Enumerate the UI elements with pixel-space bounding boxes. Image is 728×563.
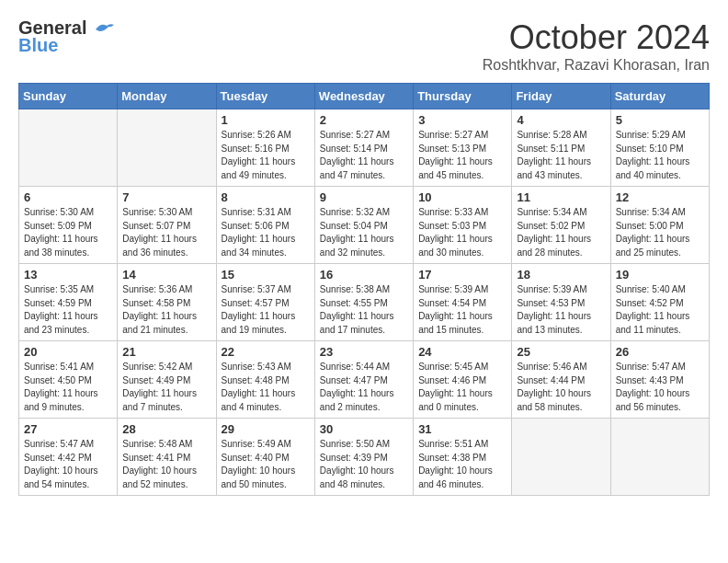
day-number: 30	[320, 422, 408, 436]
day-info: Sunrise: 5:35 AM Sunset: 4:59 PM Dayligh…	[24, 283, 112, 337]
calendar-cell	[610, 419, 709, 496]
calendar-cell: 12 Sunrise: 5:34 AM Sunset: 5:00 PM Dayl…	[610, 187, 709, 264]
weekday-header-sunday: Sunday	[19, 84, 118, 109]
day-number: 29	[222, 422, 310, 436]
weekday-header-friday: Friday	[512, 84, 610, 109]
day-number: 6	[24, 190, 112, 204]
day-number: 16	[320, 268, 408, 282]
logo-bird-icon	[94, 22, 114, 37]
calendar-cell: 6 Sunrise: 5:30 AM Sunset: 5:09 PM Dayli…	[19, 187, 118, 264]
calendar-cell: 13 Sunrise: 5:35 AM Sunset: 4:59 PM Dayl…	[19, 264, 118, 341]
calendar-cell: 22 Sunrise: 5:43 AM Sunset: 4:48 PM Dayl…	[216, 341, 314, 419]
day-info: Sunrise: 5:44 AM Sunset: 4:47 PM Dayligh…	[320, 361, 408, 414]
day-number: 15	[222, 268, 310, 282]
calendar-cell: 11 Sunrise: 5:34 AM Sunset: 5:02 PM Dayl…	[512, 187, 610, 264]
day-info: Sunrise: 5:43 AM Sunset: 4:48 PM Dayligh…	[222, 361, 310, 414]
calendar-cell: 23 Sunrise: 5:44 AM Sunset: 4:47 PM Dayl…	[314, 341, 413, 419]
weekday-header-wednesday: Wednesday	[314, 84, 413, 109]
title-block: October 2024 Roshtkhvar, Razavi Khorasan…	[483, 18, 710, 74]
day-info: Sunrise: 5:30 AM Sunset: 5:09 PM Dayligh…	[24, 206, 112, 259]
calendar-cell: 28 Sunrise: 5:48 AM Sunset: 4:41 PM Dayl…	[118, 419, 216, 496]
calendar-cell: 27 Sunrise: 5:47 AM Sunset: 4:42 PM Dayl…	[19, 419, 118, 496]
day-number: 26	[616, 345, 704, 359]
day-number: 12	[616, 190, 704, 204]
weekday-header-thursday: Thursday	[414, 84, 512, 109]
day-info: Sunrise: 5:38 AM Sunset: 4:55 PM Dayligh…	[320, 283, 408, 337]
day-number: 18	[517, 268, 605, 282]
day-number: 3	[418, 113, 506, 127]
day-number: 23	[320, 345, 408, 359]
day-number: 9	[320, 190, 408, 204]
day-number: 31	[418, 422, 506, 436]
day-info: Sunrise: 5:47 AM Sunset: 4:43 PM Dayligh…	[616, 361, 704, 414]
day-number: 25	[517, 345, 605, 359]
day-info: Sunrise: 5:29 AM Sunset: 5:10 PM Dayligh…	[616, 129, 704, 182]
calendar-cell: 2 Sunrise: 5:27 AM Sunset: 5:14 PM Dayli…	[314, 109, 413, 187]
calendar-cell: 8 Sunrise: 5:31 AM Sunset: 5:06 PM Dayli…	[216, 187, 314, 264]
day-info: Sunrise: 5:28 AM Sunset: 5:11 PM Dayligh…	[517, 129, 605, 182]
day-info: Sunrise: 5:42 AM Sunset: 4:49 PM Dayligh…	[122, 361, 210, 414]
day-info: Sunrise: 5:50 AM Sunset: 4:39 PM Dayligh…	[320, 438, 408, 491]
day-info: Sunrise: 5:45 AM Sunset: 4:46 PM Dayligh…	[418, 361, 506, 414]
day-info: Sunrise: 5:33 AM Sunset: 5:03 PM Dayligh…	[418, 206, 506, 259]
day-info: Sunrise: 5:46 AM Sunset: 4:44 PM Dayligh…	[517, 361, 605, 414]
day-number: 24	[418, 345, 506, 359]
calendar-cell: 9 Sunrise: 5:32 AM Sunset: 5:04 PM Dayli…	[314, 187, 413, 264]
day-info: Sunrise: 5:37 AM Sunset: 4:57 PM Dayligh…	[222, 283, 310, 337]
day-info: Sunrise: 5:49 AM Sunset: 4:40 PM Dayligh…	[222, 438, 310, 491]
day-number: 13	[24, 268, 112, 282]
day-number: 20	[24, 345, 112, 359]
day-number: 5	[616, 113, 704, 127]
calendar-cell	[19, 109, 118, 187]
day-number: 7	[122, 190, 210, 204]
weekday-header-tuesday: Tuesday	[216, 84, 314, 109]
logo-blue: Blue	[18, 35, 58, 56]
day-number: 19	[616, 268, 704, 282]
weekday-header-saturday: Saturday	[610, 84, 709, 109]
day-info: Sunrise: 5:41 AM Sunset: 4:50 PM Dayligh…	[24, 361, 112, 414]
day-info: Sunrise: 5:27 AM Sunset: 5:13 PM Dayligh…	[418, 129, 506, 182]
calendar-cell: 4 Sunrise: 5:28 AM Sunset: 5:11 PM Dayli…	[512, 109, 610, 187]
day-info: Sunrise: 5:30 AM Sunset: 5:07 PM Dayligh…	[122, 206, 210, 259]
day-info: Sunrise: 5:40 AM Sunset: 4:52 PM Dayligh…	[616, 283, 704, 337]
location-title: Roshtkhvar, Razavi Khorasan, Iran	[483, 57, 710, 74]
page-header: General Blue October 2024 Roshtkhvar, Ra…	[18, 18, 710, 74]
day-number: 4	[517, 113, 605, 127]
calendar-cell	[118, 109, 216, 187]
calendar-cell: 10 Sunrise: 5:33 AM Sunset: 5:03 PM Dayl…	[414, 187, 512, 264]
calendar-cell: 15 Sunrise: 5:37 AM Sunset: 4:57 PM Dayl…	[216, 264, 314, 341]
weekday-header-monday: Monday	[118, 84, 216, 109]
calendar-cell: 31 Sunrise: 5:51 AM Sunset: 4:38 PM Dayl…	[414, 419, 512, 496]
day-number: 27	[24, 422, 112, 436]
calendar-cell: 5 Sunrise: 5:29 AM Sunset: 5:10 PM Dayli…	[610, 109, 709, 187]
logo: General Blue	[18, 18, 114, 56]
day-number: 8	[222, 190, 310, 204]
day-info: Sunrise: 5:32 AM Sunset: 5:04 PM Dayligh…	[320, 206, 408, 259]
calendar-cell: 17 Sunrise: 5:39 AM Sunset: 4:54 PM Dayl…	[414, 264, 512, 341]
day-info: Sunrise: 5:34 AM Sunset: 5:00 PM Dayligh…	[616, 206, 704, 259]
day-number: 28	[122, 422, 210, 436]
day-number: 2	[320, 113, 408, 127]
calendar-cell: 18 Sunrise: 5:39 AM Sunset: 4:53 PM Dayl…	[512, 264, 610, 341]
day-info: Sunrise: 5:48 AM Sunset: 4:41 PM Dayligh…	[122, 438, 210, 491]
day-info: Sunrise: 5:39 AM Sunset: 4:53 PM Dayligh…	[517, 283, 605, 337]
day-info: Sunrise: 5:36 AM Sunset: 4:58 PM Dayligh…	[122, 283, 210, 337]
day-number: 17	[418, 268, 506, 282]
day-info: Sunrise: 5:39 AM Sunset: 4:54 PM Dayligh…	[418, 283, 506, 337]
month-title: October 2024	[483, 18, 710, 57]
day-number: 10	[418, 190, 506, 204]
day-info: Sunrise: 5:27 AM Sunset: 5:14 PM Dayligh…	[320, 129, 408, 182]
calendar-cell: 20 Sunrise: 5:41 AM Sunset: 4:50 PM Dayl…	[19, 341, 118, 419]
calendar-cell: 3 Sunrise: 5:27 AM Sunset: 5:13 PM Dayli…	[414, 109, 512, 187]
calendar-cell: 21 Sunrise: 5:42 AM Sunset: 4:49 PM Dayl…	[118, 341, 216, 419]
calendar-cell: 29 Sunrise: 5:49 AM Sunset: 4:40 PM Dayl…	[216, 419, 314, 496]
calendar-cell: 30 Sunrise: 5:50 AM Sunset: 4:39 PM Dayl…	[314, 419, 413, 496]
calendar-cell: 24 Sunrise: 5:45 AM Sunset: 4:46 PM Dayl…	[414, 341, 512, 419]
calendar-cell: 14 Sunrise: 5:36 AM Sunset: 4:58 PM Dayl…	[118, 264, 216, 341]
calendar-cell	[512, 419, 610, 496]
day-info: Sunrise: 5:47 AM Sunset: 4:42 PM Dayligh…	[24, 438, 112, 491]
calendar-table: SundayMondayTuesdayWednesdayThursdayFrid…	[18, 83, 710, 496]
calendar-cell: 25 Sunrise: 5:46 AM Sunset: 4:44 PM Dayl…	[512, 341, 610, 419]
calendar-cell: 19 Sunrise: 5:40 AM Sunset: 4:52 PM Dayl…	[610, 264, 709, 341]
day-number: 11	[517, 190, 605, 204]
